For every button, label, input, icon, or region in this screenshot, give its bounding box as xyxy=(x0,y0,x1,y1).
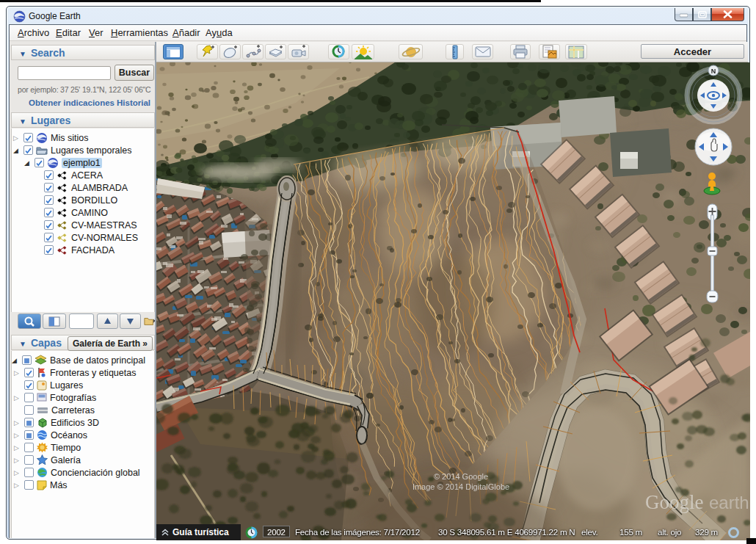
svg-text:Google: Google xyxy=(645,491,704,513)
svg-text:N: N xyxy=(711,68,716,75)
svg-text:earth: earth xyxy=(709,493,749,512)
svg-text:Image © 2014 DigitalGlobe: Image © 2014 DigitalGlobe xyxy=(412,482,509,491)
svg-text:© 2014 Google: © 2014 Google xyxy=(434,472,488,481)
